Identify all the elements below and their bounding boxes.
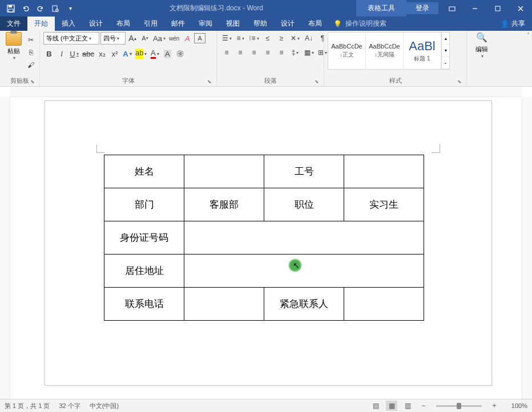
cut-button[interactable]: ✂ [25,34,37,46]
table-cell[interactable] [184,221,424,255]
qat-customize-button[interactable]: ▾ [64,2,76,15]
clear-formatting-button[interactable]: A [182,32,193,45]
read-mode-button[interactable]: ▤ [370,401,381,411]
shading-button[interactable]: ▦▾ [303,46,315,59]
font-launcher[interactable]: ⬊ [207,77,212,86]
sort-button[interactable]: A↓ [303,32,315,45]
font-size-combo[interactable]: 四号▾ [100,32,126,45]
table-row[interactable]: 身份证号码 [104,221,424,255]
paragraph-launcher[interactable]: ⬊ [315,77,319,86]
zoom-out-button[interactable]: − [418,401,429,411]
enclose-char-button[interactable]: ㊝ [174,47,186,60]
align-right-button[interactable]: ≡ [248,46,260,59]
superscript-button[interactable]: x² [109,47,120,60]
document-table[interactable]: 姓名 工号 部门 客服部 职位 实习生 身份证号码 居住地址 联系电话 [104,155,424,321]
change-case-button[interactable]: Aa▾ [152,32,167,45]
styles-scroll-up[interactable]: ▴ [442,33,449,45]
tab-file[interactable]: 文件 [0,17,27,31]
tab-view[interactable]: 视图 [219,17,247,31]
table-row[interactable]: 姓名 工号 [104,155,424,188]
tab-table-design[interactable]: 设计 [274,17,301,31]
styles-scroll-down[interactable]: ▾ [442,45,449,56]
font-name-combo[interactable]: 等线 (中文正文▾ [43,32,99,45]
table-cell[interactable]: 部门 [104,188,184,221]
table-cell[interactable]: 姓名 [104,155,184,188]
zoom-slider[interactable] [436,405,482,407]
subscript-button[interactable]: x₂ [96,47,108,60]
tab-design[interactable]: 设计 [82,17,110,31]
table-cell[interactable] [184,288,264,321]
horizontal-ruler[interactable] [10,87,522,97]
char-border-button[interactable]: A [194,33,205,43]
table-cell[interactable]: 身份证号码 [104,221,184,255]
phonetic-guide-button[interactable]: wén [168,32,180,45]
vertical-scrollbar[interactable] [522,97,532,399]
italic-button[interactable]: I [56,47,67,60]
word-count[interactable]: 32 个字 [59,402,80,410]
table-cell[interactable]: 实习生 [344,188,424,221]
table-row[interactable]: 部门 客服部 职位 实习生 [104,188,424,221]
tab-layout[interactable]: 布局 [110,17,137,31]
table-cell[interactable] [184,155,264,188]
align-center-button[interactable]: ≡ [234,46,247,59]
copy-button[interactable]: ⎘ [25,47,37,58]
bullets-button[interactable]: ☰▾ [220,32,233,45]
table-cell[interactable]: 职位 [264,188,344,221]
clipboard-launcher[interactable]: ⬊ [30,77,35,86]
table-cell[interactable]: 紧急联系人 [264,288,344,321]
close-button[interactable] [509,0,532,17]
highlight-button[interactable]: ab▾ [134,47,148,60]
table-cell[interactable]: 客服部 [184,188,264,221]
tab-review[interactable]: 审阅 [192,17,219,31]
save-button[interactable] [5,2,17,15]
table-cell[interactable]: 工号 [264,155,344,188]
table-cell[interactable] [344,155,424,188]
print-layout-button[interactable]: ▦ [386,401,397,411]
share-button[interactable]: 👤 共享 [501,19,525,29]
line-spacing-button[interactable]: ‡▾ [289,46,301,59]
strikethrough-button[interactable]: abc [81,47,95,60]
table-row[interactable]: 联系电话 紧急联系人 [104,288,424,321]
zoom-level[interactable]: 100% [505,402,527,409]
numbering-button[interactable]: ≡▾ [234,32,247,45]
editing-button[interactable]: 🔍 编辑 ▾ [470,32,493,59]
tell-me-search[interactable]: 💡 操作说明搜索 [333,19,386,29]
table-cell[interactable]: 居住地址 [104,255,184,288]
tab-home[interactable]: 开始 [27,17,55,31]
bold-button[interactable]: B [43,47,55,60]
font-color-button[interactable]: A▾ [149,47,160,60]
styles-expand[interactable]: ⌄ [442,57,449,69]
zoom-in-button[interactable]: + [489,401,500,411]
minimize-button[interactable] [464,0,486,17]
asian-layout-button[interactable]: ✕▾ [289,32,301,45]
underline-button[interactable]: U▾ [68,47,80,60]
maximize-button[interactable] [486,0,509,17]
table-row[interactable]: 居住地址 [104,255,424,288]
text-effects-button[interactable]: A▾ [122,47,133,60]
table-cell[interactable] [184,255,424,288]
distribute-button[interactable]: ≡ [275,46,288,59]
style-heading1[interactable]: AaBl 标题 1 [404,33,441,69]
style-no-spacing[interactable]: AaBbCcDe ↓无间隔 [366,33,404,69]
styles-launcher[interactable]: ⬊ [457,77,462,86]
tab-insert[interactable]: 插入 [55,17,82,31]
tab-mailings[interactable]: 邮件 [164,17,192,31]
paste-button[interactable]: 粘贴 ▾ [3,32,24,60]
page[interactable]: 姓名 工号 部门 客服部 职位 实习生 身份证号码 居住地址 联系电话 [45,100,492,386]
tab-references[interactable]: 引用 [137,17,164,31]
decrease-indent-button[interactable]: ≤ [261,32,274,45]
grow-font-button[interactable]: A▴ [127,32,138,45]
align-left-button[interactable]: ≡ [220,46,233,59]
tab-table-layout[interactable]: 布局 [301,17,329,31]
style-normal[interactable]: AaBbCcDe ↓正文 [328,33,366,69]
login-button[interactable]: 登录 [406,2,438,14]
language[interactable]: 中文(中国) [90,402,119,410]
table-cell[interactable] [344,288,424,321]
undo-button[interactable] [19,2,32,15]
justify-button[interactable]: ≡ [261,46,274,59]
char-shading-button[interactable]: A [162,47,173,60]
increase-indent-button[interactable]: ≥ [275,32,288,45]
multilevel-button[interactable]: ⁝≡▾ [248,32,260,45]
redo-button[interactable] [34,2,47,15]
table-cell[interactable]: 联系电话 [104,288,184,321]
